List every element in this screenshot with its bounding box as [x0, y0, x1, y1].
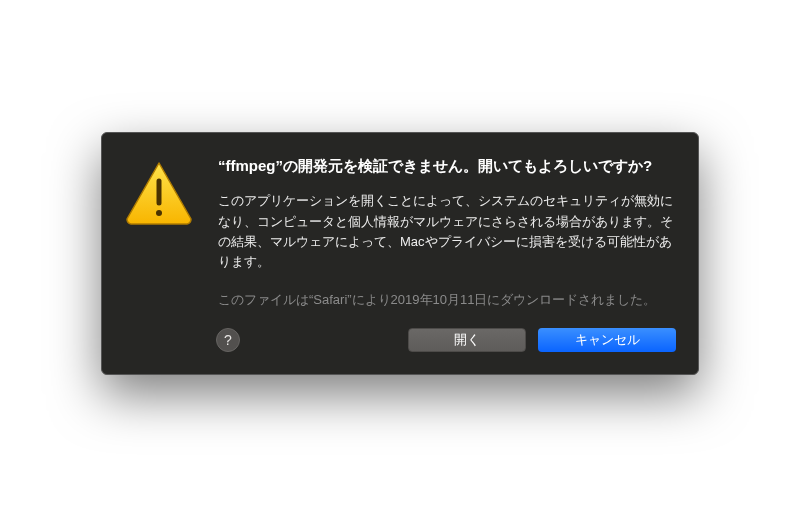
open-button[interactable]: 開く: [408, 328, 526, 352]
cancel-button[interactable]: キャンセル: [538, 328, 676, 352]
dialog-content: “ffmpeg”の開発元を検証できません。開いてもよろしいですか? このアプリケ…: [124, 155, 676, 352]
dialog-body: このアプリケーションを開くことによって、システムのセキュリティが無効になり、コン…: [218, 191, 676, 272]
icon-column: [124, 155, 194, 352]
svg-point-0: [156, 210, 162, 216]
download-source-note: このファイルは“Safari”により2019年10月11日にダウンロードされまし…: [218, 290, 676, 310]
warning-icon: [124, 161, 194, 225]
help-button[interactable]: ?: [216, 328, 240, 352]
text-column: “ffmpeg”の開発元を検証できません。開いてもよろしいですか? このアプリケ…: [218, 155, 676, 352]
dialog-title: “ffmpeg”の開発元を検証できません。開いてもよろしいですか?: [218, 155, 676, 178]
button-row: ? 開く キャンセル: [218, 328, 676, 352]
gatekeeper-warning-dialog: “ffmpeg”の開発元を検証できません。開いてもよろしいですか? このアプリケ…: [101, 132, 699, 375]
